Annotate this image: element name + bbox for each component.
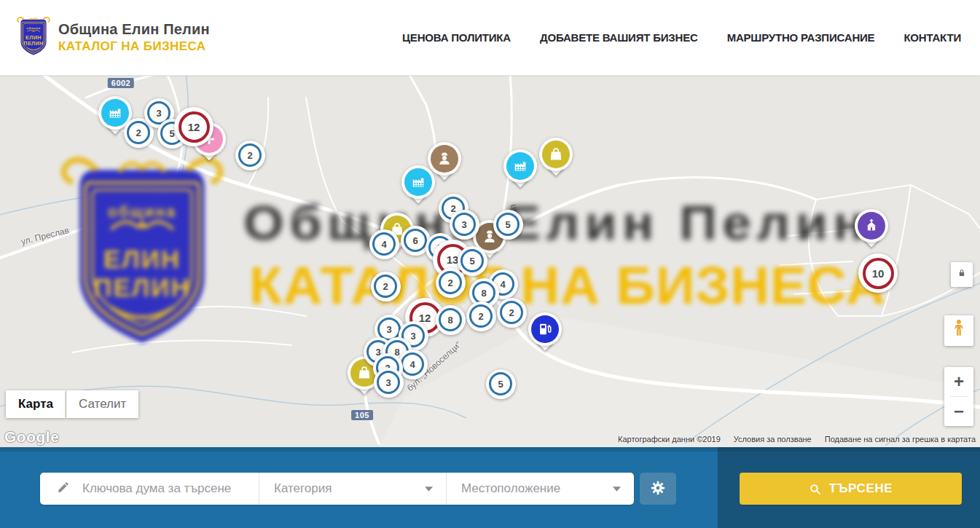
- factory-icon: [410, 174, 426, 190]
- location-select[interactable]: Местоположение: [446, 473, 634, 505]
- factory-marker[interactable]: [401, 165, 435, 210]
- pin-ball: [531, 315, 559, 343]
- svg-text:община: община: [26, 26, 40, 30]
- bag-marker[interactable]: [539, 138, 573, 183]
- cluster-count: 2: [238, 143, 262, 167]
- cluster-count: 10: [863, 258, 894, 289]
- cluster-count: 5: [489, 372, 512, 395]
- cluster-marker[interactable]: 10: [858, 253, 898, 293]
- cluster-count: 5: [496, 213, 520, 236]
- cluster-count: 3: [452, 213, 476, 236]
- search-button-label: ТЪРСЕНЕ: [829, 481, 893, 496]
- road-badge: 6002: [108, 78, 134, 88]
- svg-text:ПЕЛИН: ПЕЛИН: [23, 40, 43, 47]
- pin-ball: [506, 152, 534, 180]
- brand-text: Община Елин Пелин КАТАЛОГ НА БИЗНЕСА: [58, 21, 210, 54]
- site-subtitle: КАТАЛОГ НА БИЗНЕСА: [58, 39, 210, 54]
- worker-icon: [436, 151, 452, 167]
- main-nav: ЦЕНОВА ПОЛИТИКАДОБАВЕТЕ ВАШИЯТ БИЗНЕСМАР…: [402, 31, 961, 44]
- church-icon: [863, 218, 879, 234]
- keyword-field[interactable]: [40, 473, 259, 505]
- road-badge: 105: [351, 410, 373, 420]
- factory-icon: [512, 158, 528, 174]
- keyword-input[interactable]: [81, 481, 248, 497]
- nav-add-your-business[interactable]: ДОБАВЕТЕ ВАШИЯТ БИЗНЕС: [540, 31, 698, 44]
- google-logo[interactable]: Google: [4, 428, 59, 446]
- cluster-marker[interactable]: 3: [374, 368, 404, 398]
- chevron-down-icon: [613, 486, 621, 492]
- map-type-control: Карта Сателит: [6, 390, 138, 418]
- cluster-marker[interactable]: 4: [369, 229, 399, 259]
- lock-control[interactable]: [951, 262, 973, 287]
- nav-pricing-policy[interactable]: ЦЕНОВА ПОЛИТИКА: [402, 31, 511, 44]
- category-select[interactable]: Категория: [259, 473, 446, 505]
- location-select-label: Местоположение: [461, 481, 560, 496]
- pencil-icon: [57, 481, 70, 497]
- cluster-count: 6: [404, 229, 427, 252]
- bag-icon: [548, 146, 564, 162]
- lock-icon: [957, 268, 967, 281]
- cluster-marker[interactable]: 2: [466, 302, 496, 331]
- header: община ЕЛИН ПЕЛИН Община Елин Пелин КАТА…: [0, 0, 980, 76]
- pin-ball: [542, 141, 570, 168]
- app-root: община ЕЛИН ПЕЛИН Община Елин Пелин КАТА…: [0, 0, 980, 528]
- cluster-count: 4: [401, 352, 424, 376]
- cluster-count: 8: [439, 308, 462, 331]
- bag-icon: [356, 365, 372, 381]
- cluster-marker[interactable]: 2: [497, 298, 527, 328]
- site-title: Община Елин Пелин: [58, 21, 210, 38]
- cluster-marker[interactable]: 8: [436, 305, 466, 335]
- report-map-error-link[interactable]: Подаване на сигнал за грешка в картата: [825, 435, 976, 444]
- fuel-marker[interactable]: [528, 312, 562, 358]
- cluster-marker[interactable]: 5: [486, 369, 516, 399]
- church-marker[interactable]: [855, 209, 888, 254]
- map-canvas[interactable]: 6002105 ул. Преславбул. „Новоселци“ци“ о…: [0, 76, 980, 447]
- municipality-logo: община ЕЛИН ПЕЛИН: [16, 16, 51, 60]
- cluster-count: 8: [472, 281, 495, 304]
- cluster-count: 2: [439, 271, 462, 294]
- pegman-icon: [951, 318, 967, 343]
- search-field-group: Категория Местоположение: [40, 473, 634, 505]
- cluster-count: 12: [179, 111, 210, 143]
- search-icon: [809, 483, 821, 495]
- cluster-count: 2: [500, 301, 523, 324]
- cluster-marker[interactable]: 2: [371, 272, 401, 302]
- cluster-count: 2: [469, 304, 493, 328]
- map-type-satellite-button[interactable]: Сателит: [66, 390, 138, 418]
- cluster-marker[interactable]: 2: [436, 268, 466, 298]
- pin-ball: [101, 99, 129, 127]
- gear-icon: [650, 480, 666, 498]
- fuel-icon: [537, 321, 553, 337]
- terms-of-use-link[interactable]: Условия за ползване: [734, 435, 812, 444]
- nav-route-schedule[interactable]: МАРШРУТНО РАЗПИСАНИЕ: [727, 31, 875, 44]
- zoom-control: + −: [944, 367, 973, 426]
- map-data-credit: Картографски данни ©2019: [618, 435, 721, 444]
- cluster-count: 5: [460, 249, 484, 272]
- map-attribution: Картографски данни ©2019Условия за ползв…: [618, 435, 976, 444]
- cluster-count: 2: [374, 275, 397, 298]
- search-bar: Категория Местоположение ТЪРСЕНЕ: [0, 447, 980, 528]
- cluster-count: 3: [377, 371, 400, 394]
- brand[interactable]: община ЕЛИН ПЕЛИН Община Елин Пелин КАТА…: [16, 16, 210, 60]
- pin-ball: [404, 168, 432, 196]
- factory-marker[interactable]: [503, 149, 537, 194]
- zoom-in-button[interactable]: +: [944, 367, 973, 396]
- cluster-count: 4: [372, 232, 396, 256]
- category-select-label: Категория: [274, 481, 332, 496]
- factory-icon: [107, 105, 123, 121]
- chevron-down-icon: [425, 486, 433, 492]
- map-type-map-button[interactable]: Карта: [6, 390, 66, 418]
- cluster-marker[interactable]: 12: [174, 107, 213, 146]
- search-button[interactable]: ТЪРСЕНЕ: [740, 473, 962, 505]
- cluster-marker[interactable]: 5: [458, 246, 487, 276]
- zoom-out-button[interactable]: −: [944, 397, 973, 426]
- advanced-settings-button[interactable]: [640, 473, 676, 505]
- cluster-marker[interactable]: 3: [450, 210, 479, 240]
- cluster-marker[interactable]: 5: [493, 210, 523, 240]
- pin-ball: [858, 212, 885, 240]
- pegman-control[interactable]: [944, 315, 973, 346]
- cluster-count: 2: [127, 121, 150, 144]
- cluster-marker[interactable]: 2: [235, 141, 265, 170]
- nav-contacts[interactable]: КОНТАКТИ: [903, 31, 961, 44]
